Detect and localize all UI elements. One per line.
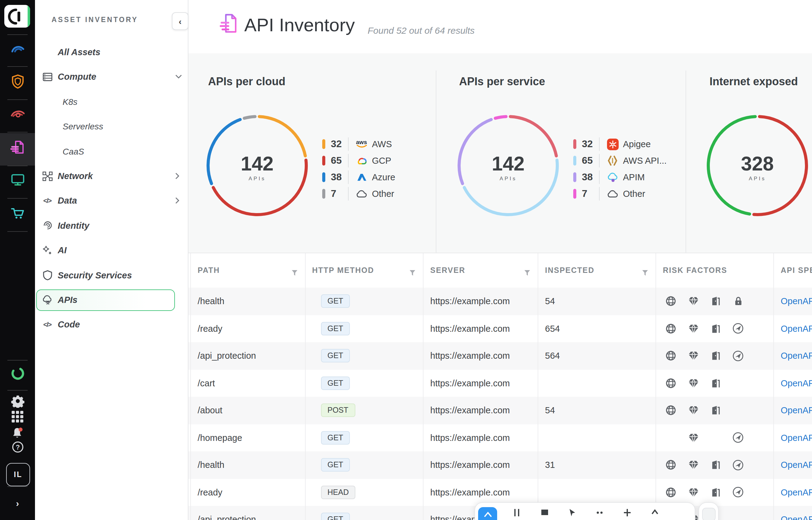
chevron-right-icon[interactable] [175, 172, 180, 180]
legend-separator [348, 154, 349, 167]
table-row[interactable]: /api_protectionGEThttps://example.com564… [188, 342, 812, 370]
toolbar-glyph-4[interactable] [623, 508, 632, 519]
filter-funnel-icon[interactable] [291, 267, 297, 278]
door-risk-icon [705, 397, 727, 424]
cell-server: https://example.com [430, 288, 510, 315]
table-row[interactable]: /healthGEThttps://example.com54OpenAPI [188, 288, 812, 315]
globe-risk-icon [660, 315, 682, 342]
monitor-icon [9, 172, 25, 190]
sidebar-item-ai[interactable]: AI [35, 238, 188, 262]
chevron-down-icon[interactable] [175, 75, 182, 79]
sidebar-collapse-button[interactable]: ‹ [172, 12, 189, 30]
rail-app-radar[interactable] [0, 42, 35, 58]
rail-bell-button[interactable] [0, 427, 35, 441]
api-spec-link[interactable]: OpenAPI [781, 378, 812, 388]
floating-toolbar [474, 502, 695, 520]
chevron-right-icon[interactable] [175, 197, 180, 205]
sidebar-item-serverless[interactable]: Serverless [35, 114, 188, 138]
filter-funnel-icon[interactable] [409, 267, 416, 278]
sidebar-item-identity[interactable]: Identity [35, 213, 188, 238]
table-row[interactable]: /cartGEThttps://example.comOpenAPI [188, 369, 812, 397]
toolbar-glyph-1[interactable] [541, 508, 549, 519]
rail-gear-button[interactable] [0, 395, 35, 409]
toolbar-primary-button[interactable] [478, 507, 497, 520]
code-icon: </> [42, 321, 53, 328]
user-avatar[interactable]: IL [6, 463, 30, 486]
column-header-http-method[interactable]: HTTP METHOD [312, 253, 374, 288]
cell-server: https://example.com [430, 369, 510, 397]
toolbar-secondary-button[interactable] [698, 502, 719, 520]
sidebar-item-compute[interactable]: Compute [35, 65, 188, 89]
toolbar-glyph-3[interactable] [596, 508, 604, 519]
toolbar-glyph-2[interactable] [568, 508, 576, 519]
sidebar-item-apis[interactable]: APIs [35, 288, 188, 312]
cell-api-spec: OpenAPI [781, 342, 812, 369]
rail-app-monitor[interactable] [0, 173, 35, 189]
column-border [656, 253, 656, 520]
plane-risk-icon [727, 315, 749, 342]
table-row[interactable]: /readyGEThttps://example.com654OpenAPI [188, 315, 812, 343]
rail-expand-chevron[interactable]: › [0, 498, 35, 508]
api-spec-link[interactable]: OpenAPI [781, 515, 812, 520]
sidebar-item-caas[interactable]: CaaS [35, 139, 188, 163]
legend-label: APIM [623, 172, 645, 182]
cart-icon [9, 205, 25, 223]
rail-help-button[interactable]: ? [0, 442, 35, 455]
rail-footer-logo[interactable] [0, 367, 35, 383]
api-doc-icon [9, 139, 25, 158]
cell-server: https://example.com [430, 397, 510, 424]
api-spec-link[interactable]: OpenAPI [781, 351, 812, 361]
legend-label: Azure [372, 172, 395, 182]
column-border [190, 253, 191, 520]
api-spec-link[interactable]: OpenAPI [781, 488, 812, 497]
rail-app-cart[interactable] [0, 206, 35, 222]
rail-app-eye[interactable] [0, 107, 35, 123]
chart-title: APIs per cloud [208, 75, 286, 88]
api-spec-link[interactable]: OpenAPI [781, 460, 812, 470]
compute-icon [42, 72, 53, 82]
api-table: PATHHTTP METHODSERVERINSPECTEDRISK FACTO… [188, 253, 812, 520]
table-header: PATHHTTP METHODSERVERINSPECTEDRISK FACTO… [188, 253, 812, 288]
sidebar-item-network[interactable]: Network [35, 164, 188, 188]
sidebar-item-security-services[interactable]: Security Services [35, 263, 188, 287]
cell-path: /api_protection [198, 342, 256, 369]
table-row[interactable]: /healthGEThttps://example.com31OpenAPI [188, 451, 812, 479]
api-spec-link[interactable]: OpenAPI [781, 296, 812, 306]
column-header-path[interactable]: PATH [198, 253, 220, 288]
rail-app-api-doc[interactable] [0, 140, 35, 156]
toolbar-glyph-0[interactable] [513, 508, 521, 519]
rail-divider [7, 231, 28, 232]
method-badge: HEAD [321, 486, 355, 499]
legend-separator [599, 171, 600, 184]
rail-divider [7, 132, 28, 132]
column-header-server[interactable]: SERVER [430, 253, 465, 288]
method-badge: GET [321, 513, 350, 520]
cell-method: GET [321, 424, 350, 451]
chart-card-divider [436, 71, 436, 253]
column-header-api-spec[interactable]: API SPEC [781, 253, 812, 288]
sidebar-item-code[interactable]: </>Code [35, 312, 188, 337]
column-header-inspected[interactable]: INSPECTED [545, 253, 594, 288]
api-spec-link[interactable]: OpenAPI [781, 406, 812, 415]
table-row[interactable]: /aboutPOSThttps://example.com54OpenAPI [188, 397, 812, 425]
toolbar-glyph-5[interactable] [651, 508, 659, 519]
ai-icon [42, 245, 53, 255]
filter-funnel-icon[interactable] [524, 267, 530, 278]
table-row[interactable]: /homepageGEThttps://example.comOpenAPI [188, 424, 812, 452]
gem-risk-icon [682, 315, 704, 342]
sidebar-item-label: AI [58, 245, 67, 255]
cell-inspected: 654 [545, 315, 560, 342]
cell-api-spec: OpenAPI [781, 288, 812, 315]
api-spec-link[interactable]: OpenAPI [781, 324, 812, 334]
app-logo[interactable] [4, 5, 30, 28]
sidebar-item-k8s[interactable]: K8s [35, 89, 188, 114]
rail-apps-grid-button[interactable] [0, 412, 35, 425]
legend-label: GCP [372, 156, 391, 165]
sidebar-item-all-assets[interactable]: All Assets [35, 40, 188, 64]
api-spec-link[interactable]: OpenAPI [781, 433, 812, 443]
sidebar-item-data[interactable]: </>Data [35, 188, 188, 213]
rail-app-shield-orange[interactable] [0, 75, 35, 91]
filter-funnel-icon[interactable] [642, 267, 648, 278]
column-header-risk-factors[interactable]: RISK FACTORS [663, 253, 727, 288]
shield-orange-icon [9, 74, 25, 92]
